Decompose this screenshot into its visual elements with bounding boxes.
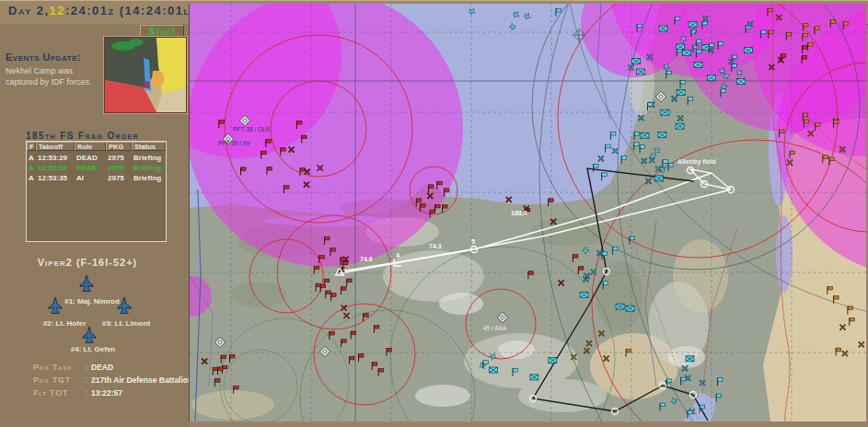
package-row: Pkg TGT:217th Air Defense Battalion bbox=[33, 375, 192, 388]
frag-order-heading: 185th FS Frag Order bbox=[26, 131, 139, 141]
map-unit-rectx bbox=[661, 110, 669, 115]
flight-callsign: Viper2 (F-16I-52+) bbox=[0, 257, 175, 268]
frag-cell: DEAD bbox=[76, 153, 98, 163]
frag-column-pkg[interactable]: PKG bbox=[106, 142, 132, 151]
package-info: Pkg Task:DEADPkg TGT:217th Air Defense B… bbox=[33, 363, 192, 401]
map-unit-rectx bbox=[689, 22, 697, 28]
frag-cell: A bbox=[29, 153, 34, 163]
pilot-label: #2: Lt. Hofer bbox=[43, 319, 87, 328]
package-value: DEAD bbox=[87, 363, 113, 372]
clock-day: Day 2, bbox=[8, 4, 50, 17]
frag-cell: Briefing bbox=[133, 153, 161, 163]
package-value: 217th Air Defense Battalion bbox=[87, 375, 192, 385]
clock-hours-highlight: 12 bbox=[50, 4, 65, 17]
frag-cell: Briefing bbox=[133, 173, 161, 183]
map-unit-rectx bbox=[659, 26, 667, 31]
package-value: 13:22:57 bbox=[87, 388, 122, 398]
map-label: 74.6 bbox=[360, 256, 373, 262]
events-update-heading: Events Update: bbox=[6, 52, 81, 63]
map-label: 5 bbox=[471, 237, 475, 246]
jet-icon[interactable] bbox=[81, 326, 98, 344]
frag-column-takeoff[interactable]: Takeoff bbox=[36, 142, 75, 151]
frag-cell: 2975 bbox=[108, 163, 124, 173]
package-row: Flt TOT:13:22:57 bbox=[33, 388, 192, 401]
map-unit-rectx bbox=[744, 48, 752, 53]
mission-planning-screen: Day 2,12:24:01z (14:24:01lt) Stop! Event… bbox=[0, 0, 868, 427]
map-unit-rectx bbox=[654, 176, 663, 181]
map-label: 45 / AAA bbox=[483, 325, 507, 331]
map-unit-rectx bbox=[530, 375, 538, 380]
sidebar: Stop! Events Update: Nekhel Camp was cap… bbox=[0, 24, 189, 427]
package-label: Pkg Task bbox=[33, 363, 85, 372]
frag-order-row[interactable]: A12:53:29DEAD2975Briefing bbox=[27, 153, 166, 163]
clock-rest: :24:01z (14:24:01lt) bbox=[65, 4, 202, 17]
frag-cell: 12:53:32 bbox=[38, 163, 67, 173]
frag-order-row[interactable]: A12:53:35AI2975Briefing bbox=[27, 173, 166, 183]
map-unit-rectx bbox=[683, 50, 691, 55]
pilot-label: #3: Lt. Limont bbox=[102, 319, 150, 328]
frag-order-row[interactable]: A12:53:32DEAD2975Briefing bbox=[27, 163, 166, 173]
frag-cell: AI bbox=[76, 173, 84, 183]
map-label: 74.3 bbox=[429, 243, 442, 249]
frag-cell: DEAD bbox=[76, 163, 98, 173]
map-dead-sea-south bbox=[776, 215, 793, 293]
theater-minimap[interactable] bbox=[104, 37, 187, 113]
planning-map[interactable]: PPT 38 / OLKPPT 39 / thr45 / AAAAllenby … bbox=[189, 4, 866, 421]
package-row: Pkg Task:DEAD bbox=[33, 363, 192, 375]
frag-cell: 2975 bbox=[108, 173, 124, 183]
map-unit-rectx bbox=[580, 292, 588, 297]
frag-cell: A bbox=[29, 173, 34, 183]
map-unit-rectx bbox=[676, 123, 684, 129]
map-label: PPT 39 / thr bbox=[218, 140, 250, 146]
map-unit-rectx bbox=[637, 69, 645, 75]
map-unit-rectx bbox=[658, 133, 666, 138]
terrain-sand-patch bbox=[191, 390, 274, 420]
map-label: Allenby field bbox=[677, 158, 716, 166]
map-unit-rectx bbox=[616, 304, 624, 309]
map-unit-rectx bbox=[641, 133, 649, 138]
frag-cell: Briefing bbox=[133, 163, 161, 173]
map-unit-rectx bbox=[686, 356, 694, 362]
jet-icon[interactable] bbox=[116, 296, 133, 315]
frag-cell: 12:53:35 bbox=[38, 173, 67, 183]
frag-order-table: FTakeoffRolePKGStatusA12:53:29DEAD2975Br… bbox=[26, 141, 167, 242]
frag-column-f[interactable]: F bbox=[27, 142, 36, 151]
jet-icon[interactable] bbox=[78, 274, 95, 293]
map-unit-rectx bbox=[677, 44, 685, 50]
pilot-label: #1: Maj. Nimrod bbox=[64, 297, 120, 306]
frag-column-status[interactable]: Status bbox=[132, 142, 166, 151]
frag-cell: 2975 bbox=[108, 153, 124, 163]
events-update-text: Nekhel Camp was captured by IDF forces. bbox=[6, 65, 99, 87]
pilot-label: #4: Lt. Gefen bbox=[71, 345, 115, 353]
map-label: PPT 38 / OLK bbox=[233, 126, 271, 133]
jet-icon[interactable] bbox=[47, 296, 64, 315]
map-label: 188.8 bbox=[511, 210, 527, 216]
minimap-view-marker bbox=[144, 82, 149, 87]
frag-cell: A bbox=[29, 163, 34, 173]
frag-column-role[interactable]: Role bbox=[75, 142, 106, 151]
map-unit-rectx bbox=[677, 89, 685, 95]
map-unit-rectx bbox=[626, 306, 634, 311]
mission-clock: Day 2,12:24:01z (14:24:01lt) bbox=[8, 4, 202, 17]
minimap-region-green2 bbox=[129, 39, 144, 46]
map-unit-rectx bbox=[489, 367, 497, 373]
map-unit-rectx bbox=[549, 357, 557, 363]
package-label: Flt TOT bbox=[33, 388, 85, 398]
map-unit-rectx bbox=[736, 79, 745, 85]
map-unit-rectx bbox=[632, 59, 641, 64]
package-label: Pkg TGT bbox=[33, 375, 85, 385]
frag-cell: 12:53:29 bbox=[38, 153, 67, 163]
map-unit-rectx bbox=[707, 75, 715, 81]
map-unit-rectx bbox=[694, 63, 702, 68]
